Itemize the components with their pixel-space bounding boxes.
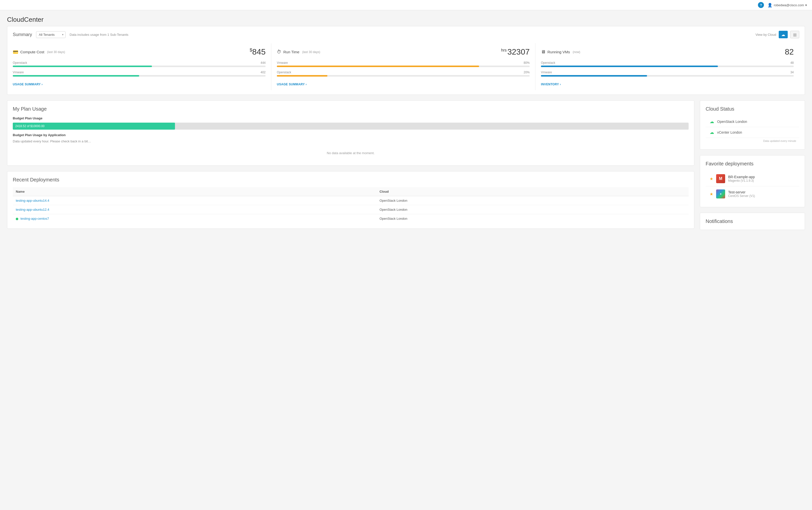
top-bar: ? 👤 robedwa@cisco.com ▾: [0, 0, 812, 10]
fav-app-version-1: Magento (V1.1.9.3): [728, 179, 755, 182]
cloud-openstack-icon: ☁: [709, 119, 714, 124]
vms-openstack-value: 48: [790, 61, 794, 65]
deployment-cloud-2: OpenStack London: [376, 205, 689, 214]
deployment-name-3: testing-app-centos7: [13, 214, 376, 223]
cloud-status-card: Cloud Status ☁ OpenStack London ☁ vCente…: [700, 100, 805, 150]
cloud-vcenter-icon: ☁: [709, 130, 714, 135]
deployments-table: Name Cloud testing-app-ubuntu14.4 OpenSt…: [13, 187, 689, 223]
centos-icon: ✦: [716, 189, 725, 199]
compute-vmware-bar-row: Vmware 402: [13, 70, 266, 77]
run-time-icon: ⏱: [277, 49, 281, 55]
fav-app-info-1: BR-Example-app Magento (V1.1.9.3): [728, 175, 755, 182]
two-col-layout: My Plan Usage Budget Plan Usage 2418.52 …: [7, 100, 805, 236]
col-cloud: Cloud: [376, 187, 689, 196]
summary-header: Summary All Tenants Sub-Tenant 1 Data in…: [13, 31, 799, 38]
right-column: Cloud Status ☁ OpenStack London ☁ vCente…: [700, 100, 805, 236]
runtime-openstack-track: [277, 75, 530, 77]
user-icon: 👤: [767, 3, 773, 7]
compute-openstack-bar-row: Openstack 444: [13, 61, 266, 67]
table-row: testing-app-ubuntu12.4 OpenStack London: [13, 205, 689, 214]
summary-card: Summary All Tenants Sub-Tenant 1 Data in…: [7, 26, 805, 95]
compute-openstack-label: Openstack: [13, 61, 266, 65]
budget-bar-fill: 2418.52 of $10000.00: [13, 123, 175, 130]
sub-tenant-note: Data includes usage from 1 Sub-Tenants: [69, 33, 128, 36]
table-row: testing-app-ubuntu14.4 OpenStack London: [13, 196, 689, 205]
compute-cost-header: 💳 Compute Cost (last 30 days) $845: [13, 47, 266, 57]
running-vms-icon: 🖥: [541, 49, 545, 55]
run-time-block: ⏱ Run Time (last 30 days) hrs32307 Vmwar…: [271, 43, 535, 90]
vms-openstack-track: [541, 66, 794, 67]
compute-cost-block: 💳 Compute Cost (last 30 days) $845 Opens…: [13, 43, 271, 90]
recent-deployments-card: Recent Deployments Name Cloud testing-ap…: [7, 171, 694, 229]
vms-openstack-bar-row: Openstack 48: [541, 61, 794, 67]
runtime-openstack-fill: [277, 75, 327, 77]
vms-openstack-label: Openstack: [541, 61, 794, 65]
tenant-select[interactable]: All Tenants Sub-Tenant 1: [36, 31, 65, 38]
left-column: My Plan Usage Budget Plan Usage 2418.52 …: [7, 100, 694, 236]
hourly-note: Data updated every hour. Please check ba…: [13, 140, 689, 143]
deployment-cloud-3: OpenStack London: [376, 214, 689, 223]
runtime-vmware-label: Vmware: [277, 61, 530, 65]
cloud-openstack-name: OpenStack London: [717, 120, 747, 124]
runtime-vmware-bar-row: Vmware 80%: [277, 61, 530, 67]
notifications-card: Notifications: [700, 213, 805, 230]
cloud-status-item-1: ☁ OpenStack London: [706, 116, 799, 127]
usage-summary-link-1[interactable]: USAGE SUMMARY ›: [13, 83, 42, 86]
table-row: testing-app-centos7 OpenStack London: [13, 214, 689, 223]
fav-app-info-2: Test-server CentOS Server (V1): [728, 190, 755, 198]
vms-vmware-label: Vmware: [541, 70, 794, 74]
main-content: Summary All Tenants Sub-Tenant 1 Data in…: [0, 26, 812, 242]
run-time-period: (last 30 days): [302, 50, 320, 54]
metric-title-group: 💳 Compute Cost (last 30 days): [13, 49, 65, 55]
run-time-title-group: ⏱ Run Time (last 30 days): [277, 49, 320, 55]
page-title: CloudCenter: [0, 10, 812, 26]
runtime-vmware-value: 80%: [524, 61, 530, 65]
budget-bar-track: 2418.52 of $10000.00: [13, 123, 689, 130]
compute-openstack-track: [13, 66, 266, 67]
cloud-status-title: Cloud Status: [706, 106, 799, 112]
compute-vmware-value: 402: [261, 70, 266, 74]
cloud-updated-note: Data updated every minute: [706, 138, 799, 144]
plan-usage-title: My Plan Usage: [13, 106, 689, 112]
cloud-status-item-2: ☁ vCenter London: [706, 127, 799, 138]
plan-usage-card: My Plan Usage Budget Plan Usage 2418.52 …: [7, 100, 694, 166]
vms-vmware-track: [541, 75, 794, 77]
user-menu[interactable]: 👤 robedwa@cisco.com ▾: [767, 3, 807, 7]
run-time-header: ⏱ Run Time (last 30 days) hrs32307: [277, 47, 530, 57]
no-data-message: No data available at the moment.: [13, 146, 689, 160]
budget-plan-label: Budget Plan Usage: [13, 116, 689, 120]
deployment-cloud-1: OpenStack London: [376, 196, 689, 205]
cloud-vcenter-name: vCenter London: [717, 130, 742, 134]
running-vms-title: Running VMs: [547, 50, 570, 54]
summary-title: Summary: [13, 32, 32, 37]
status-dot-green: [16, 218, 18, 220]
view-list-button[interactable]: ▦: [790, 31, 799, 38]
notifications-title: Notifications: [706, 218, 799, 224]
deployment-name-1: testing-app-ubuntu14.4: [13, 196, 376, 205]
runtime-vmware-track: [277, 66, 530, 67]
running-vms-header: 🖥 Running VMs (now) 82: [541, 47, 794, 57]
compute-vmware-label: Vmware: [13, 70, 266, 74]
run-time-value: hrs32307: [501, 47, 530, 57]
compute-cost-value: $845: [250, 47, 266, 57]
compute-openstack-value: 444: [261, 61, 266, 65]
runtime-openstack-label: Openstack: [277, 70, 530, 74]
view-cloud-button[interactable]: ☁: [779, 31, 788, 38]
vms-vmware-bar-row: Vmware 34: [541, 70, 794, 77]
running-vms-value: 82: [785, 47, 794, 57]
run-time-title: Run Time: [283, 50, 299, 54]
metrics-row: 💳 Compute Cost (last 30 days) $845 Opens…: [13, 43, 799, 90]
favorite-deployments-card: Favorite deployments ★ M BR-Example-app …: [700, 155, 805, 207]
help-icon[interactable]: ?: [758, 2, 764, 8]
runtime-vmware-fill: [277, 66, 479, 67]
compute-vmware-fill: [13, 75, 139, 77]
compute-vmware-track: [13, 75, 266, 77]
inventory-link[interactable]: INVENTORY ›: [541, 83, 561, 86]
vms-vmware-fill: [541, 75, 647, 77]
col-name: Name: [13, 187, 376, 196]
runtime-openstack-value: 20%: [524, 70, 530, 74]
fav-app-name-2: Test-server: [728, 190, 755, 194]
favorite-deployments-title: Favorite deployments: [706, 161, 799, 167]
running-vms-title-group: 🖥 Running VMs (now): [541, 49, 580, 55]
usage-summary-link-2[interactable]: USAGE SUMMARY ›: [277, 83, 307, 86]
